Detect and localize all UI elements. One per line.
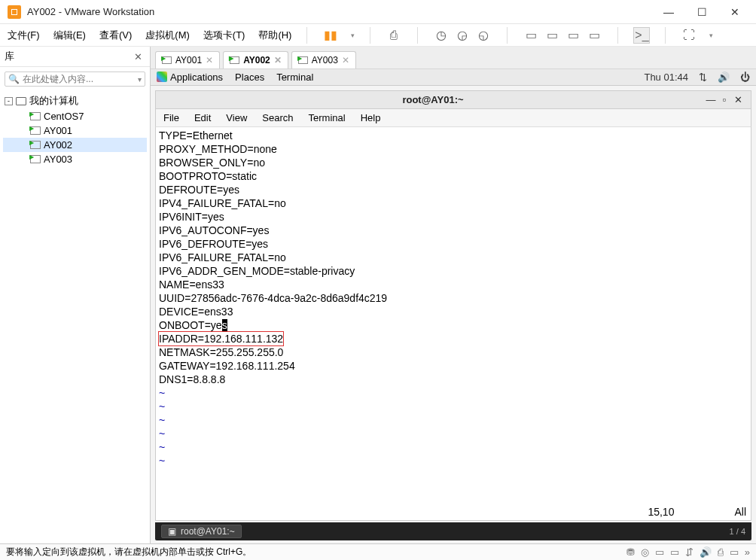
tab-close-icon[interactable]: ✕ <box>274 55 282 65</box>
view-unity-icon[interactable]: ▭ <box>586 27 602 44</box>
usb-icon[interactable]: ⇵ <box>685 546 694 558</box>
sound-icon[interactable]: 🔊 <box>700 546 712 558</box>
view-console-icon[interactable]: ▭ <box>544 27 560 44</box>
library-tree: - 我的计算机 CentOS7 AY001 AY002 AY003 <box>0 91 150 168</box>
search-input[interactable] <box>23 74 138 84</box>
more-icon[interactable]: » <box>745 546 750 558</box>
tree-root-label: 我的计算机 <box>29 94 78 108</box>
term-menu-view[interactable]: View <box>226 112 247 123</box>
menu-view[interactable]: 查看(V) <box>99 29 132 42</box>
vm-tab-ay003[interactable]: AY003✕ <box>291 51 356 68</box>
tab-close-icon[interactable]: ✕ <box>342 55 349 65</box>
window-title: AY002 - VMware Workstation <box>27 6 154 17</box>
guest-taskbar: ▣ root@AY01:~ 1 / 4 <box>155 522 751 540</box>
floppy-icon[interactable]: ▭ <box>655 546 664 558</box>
vm-icon <box>30 155 41 163</box>
vm-icon <box>30 141 41 149</box>
menu-help[interactable]: 帮助(H) <box>258 29 291 42</box>
places-menu[interactable]: Places <box>235 72 264 83</box>
menu-tabs[interactable]: 选项卡(T) <box>203 29 245 42</box>
net-icon[interactable]: ▭ <box>670 546 679 558</box>
taskbar-terminal-button[interactable]: ▣ root@AY01:~ <box>161 525 242 538</box>
search-dropdown-icon[interactable]: ▾ <box>138 75 142 84</box>
library-header: 库 <box>5 50 14 63</box>
separator <box>617 27 618 44</box>
tree-item-centos7[interactable]: CentOS7 <box>3 109 147 123</box>
terminal-titlebar[interactable]: root@AY01:~ — ▫ ✕ <box>155 90 751 108</box>
term-menu-edit[interactable]: Edit <box>194 112 211 123</box>
guest-top-panel: Applications Places Terminal Thu 01:44 ⇅… <box>151 68 756 86</box>
status-text: 要将输入定向到该虚拟机，请在虚拟机内部单击或按 Ctrl+G。 <box>6 546 251 558</box>
separator <box>417 27 418 44</box>
send-ctrlaltdel-icon[interactable]: ⎙ <box>386 27 402 44</box>
vm-tab-ay002[interactable]: AY002✕ <box>223 51 288 68</box>
quickswitch-icon[interactable]: >_ <box>633 27 650 44</box>
vm-icon <box>298 56 308 64</box>
term-menu-terminal[interactable]: Terminal <box>309 112 346 123</box>
terminal-body[interactable]: TYPE=Ethernet PROXY_METHOD=none BROWSER_… <box>155 127 751 521</box>
vm-icon <box>162 56 172 64</box>
term-menu-help[interactable]: Help <box>361 112 381 123</box>
terminal-launcher[interactable]: Terminal <box>276 72 313 83</box>
vmware-logo-icon <box>8 5 21 19</box>
collapse-icon[interactable]: - <box>5 97 13 105</box>
applications-icon <box>157 72 167 82</box>
term-menu-file[interactable]: File <box>163 112 179 123</box>
snapshot-icon[interactable]: ◷ <box>433 27 450 44</box>
tree-root[interactable]: - 我的计算机 <box>3 93 147 109</box>
vm-icon <box>30 126 41 135</box>
separator <box>306 27 307 44</box>
tree-item-ay001[interactable]: AY001 <box>3 123 147 138</box>
terminal-menubar: File Edit View Search Terminal Help <box>155 108 751 127</box>
term-minimize-button[interactable]: — <box>704 94 718 105</box>
power-icon[interactable]: ⏻ <box>740 72 750 83</box>
term-menu-search[interactable]: Search <box>262 112 293 123</box>
view-multi-icon[interactable]: ▭ <box>565 27 581 44</box>
tree-item-ay003[interactable]: AY003 <box>3 152 147 166</box>
maximize-button[interactable]: ☐ <box>691 6 712 18</box>
cd-icon[interactable]: ◎ <box>641 546 649 558</box>
term-close-button[interactable]: ✕ <box>731 94 745 105</box>
terminal-icon: ▣ <box>168 526 176 537</box>
term-maximize-button[interactable]: ▫ <box>718 94 731 105</box>
vim-status: 15,10All <box>160 505 746 519</box>
display-icon[interactable]: ▭ <box>730 546 739 558</box>
vm-content: AY001✕ AY002✕ AY003✕ Applications Places… <box>151 47 756 543</box>
menu-vm[interactable]: 虚拟机(M) <box>145 29 190 42</box>
menu-file[interactable]: 文件(F) <box>8 29 40 42</box>
tree-item-ay002[interactable]: AY002 <box>3 138 147 152</box>
printer-icon[interactable]: ⎙ <box>718 546 724 558</box>
clock[interactable]: Thu 01:44 <box>644 72 688 83</box>
volume-icon[interactable]: 🔊 <box>718 72 730 83</box>
separator <box>665 27 666 44</box>
device-icons: ⛃ ◎ ▭ ▭ ⇵ 🔊 ⎙ ▭ » <box>626 546 750 558</box>
vm-tab-ay001[interactable]: AY001✕ <box>155 51 220 68</box>
terminal-title: root@AY01:~ <box>162 94 704 105</box>
separator <box>507 27 508 44</box>
vm-icon <box>30 112 41 120</box>
apps-menu[interactable]: Applications <box>157 72 223 83</box>
host-statusbar: 要将输入定向到该虚拟机，请在虚拟机内部单击或按 Ctrl+G。 ⛃ ◎ ▭ ▭ … <box>0 543 756 560</box>
cursor: s <box>222 319 227 331</box>
fullscreen-icon[interactable]: ⛶ <box>681 27 697 44</box>
snapshot-manager-icon[interactable]: ◵ <box>475 27 492 44</box>
host-titlebar: AY002 - VMware Workstation — ☐ ✕ <box>0 0 756 24</box>
host-menubar: 文件(F) 编辑(E) 查看(V) 虚拟机(M) 选项卡(T) 帮助(H) ▮▮… <box>0 24 756 47</box>
workspace-indicator[interactable]: 1 / 4 <box>730 527 745 536</box>
menu-edit[interactable]: 编辑(E) <box>53 29 86 42</box>
library-search[interactable]: 🔍 ▾ <box>5 72 145 87</box>
highlighted-line: IPADDR=192.168.111.132 <box>159 332 283 345</box>
pause-icon[interactable]: ▮▮ <box>322 27 339 44</box>
network-icon[interactable]: ⇅ <box>699 72 707 83</box>
minimize-button[interactable]: — <box>658 6 679 18</box>
snapshot-revert-icon[interactable]: ◶ <box>454 27 471 44</box>
separator <box>370 27 370 44</box>
view-single-icon[interactable]: ▭ <box>523 27 539 44</box>
close-button[interactable]: ✕ <box>724 6 745 18</box>
hdd-icon[interactable]: ⛃ <box>626 546 635 558</box>
vm-icon <box>230 56 239 64</box>
search-icon: 🔍 <box>8 74 20 84</box>
library-sidebar: 库 ✕ 🔍 ▾ - 我的计算机 CentOS7 AY001 AY002 AY00… <box>0 47 151 543</box>
tab-close-icon[interactable]: ✕ <box>206 55 213 65</box>
sidebar-close-button[interactable]: ✕ <box>131 51 145 62</box>
